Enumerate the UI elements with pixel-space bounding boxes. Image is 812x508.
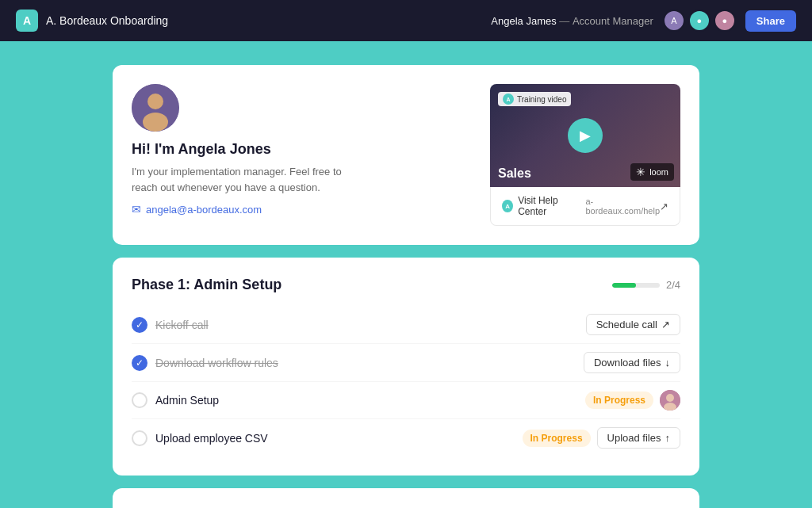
task-label: Kickoff call [155,319,209,331]
nav-left: A A. Bordeaux Onboarding [16,10,168,32]
phase-1-title: Phase 1: Admin Setup [132,277,282,293]
share-button[interactable]: Share [745,10,796,32]
task-row: ✓ Download workflow rules Download files… [132,344,680,382]
svg-point-2 [143,113,168,132]
task-left: ✓ Kickoff call [132,317,209,333]
status-badge: In Progress [523,430,591,447]
video-title: Sales [498,166,531,181]
nav-avatar-1: A [663,10,685,32]
task-label: Admin Setup [155,394,219,407]
phase-1-card: Phase 1: Admin Setup 2/4 ✓ Kickoff call [113,258,699,476]
profile-name: Hi! I'm Angela Jones [132,141,458,158]
help-center-link[interactable]: A Visit Help Center a-bordeaux.com/help … [490,187,680,226]
task-right: Download files ↓ [584,352,680,373]
profile-description: I'm your implementation manager. Feel fr… [132,164,354,195]
video-panel: A Training video ▶ Sales ✳ loom A Visit … [490,84,680,226]
download-files-button[interactable]: Download files ↓ [584,352,680,373]
top-nav: A A. Bordeaux Onboarding Angela James — … [0,0,812,41]
checkmark-icon: ✓ [136,319,144,330]
content-area: Hi! I'm Angela Jones I'm your implementa… [97,65,715,508]
phase-1-progress-bar [612,283,660,288]
profile-avatar [132,84,179,132]
nav-user-info: Angela James — Account Manager [491,15,653,27]
svg-point-4 [666,394,674,402]
phase-1-progress: 2/4 [612,279,680,291]
profile-info: Hi! I'm Angela Jones I'm your implementa… [132,84,458,216]
task-row: Upload employee CSV In Progress Upload f… [132,419,680,456]
task-checkbox-done: ✓ [132,317,147,333]
phase-1-header: Phase 1: Admin Setup 2/4 [132,277,680,293]
video-label: A Training video [498,92,571,106]
task-row: ✓ Kickoff call Schedule call ↗ [132,306,680,344]
task-right: In Progress Upload files ↑ [523,427,680,449]
task-left: ✓ Download workflow rules [132,355,278,371]
help-center-inner: A Visit Help Center a-bordeaux.com/help [502,195,660,217]
video-logo: A [503,94,514,105]
phase-1-progress-fill [612,283,636,288]
task-left: Upload employee CSV [132,430,268,446]
loom-star-icon: ✳ [636,166,645,178]
schedule-call-button[interactable]: Schedule call ↗ [586,314,680,335]
nav-right: Angela James — Account Manager A ● ● Sha… [491,10,796,32]
task-row: Admin Setup In Progress [132,382,680,419]
profile-email[interactable]: ✉ angela@a-bordeaux.com [132,203,458,216]
svg-point-1 [147,94,163,109]
help-logo: A [502,200,513,212]
main-wrapper: Hi! I'm Angela Jones I'm your implementa… [0,41,812,508]
help-arrow-icon: ↗ [660,201,668,212]
video-play-button[interactable]: ▶ [568,118,603,153]
status-badge: In Progress [585,392,653,409]
task-checkbox [132,392,147,408]
help-center-label: Visit Help Center [518,195,580,217]
task-label: Download workflow rules [155,357,278,369]
nav-title: A. Bordeaux Onboarding [46,14,168,27]
upload-files-button[interactable]: Upload files ↑ [597,427,680,449]
nav-avatar-2: ● [688,10,710,32]
task-checkbox-done: ✓ [132,355,147,371]
task-left: Admin Setup [132,392,219,408]
video-thumbnail[interactable]: A Training video ▶ Sales ✳ loom [490,84,680,187]
profile-card: Hi! I'm Angela Jones I'm your implementa… [113,65,699,245]
loom-badge: ✳ loom [630,163,674,181]
checkmark-icon: ✓ [136,357,144,369]
nav-logo: A [16,10,38,32]
task-right: In Progress [585,390,680,411]
task-checkbox [132,430,147,446]
link-out-icon: ↗ [661,319,670,330]
task-label: Upload employee CSV [155,432,268,445]
teal-strip [0,41,812,65]
help-center-url: a-bordeaux.com/help [585,197,660,216]
upload-icon: ↑ [665,432,671,444]
phase-1-progress-text: 2/4 [666,279,680,291]
email-icon: ✉ [132,203,141,216]
task-right: Schedule call ↗ [586,314,680,335]
download-icon: ↓ [665,357,671,369]
phase-2-card: Phase 2: Company Rollout 0/4 Employee ro… [113,488,699,508]
nav-avatar-3: ● [714,10,736,32]
task-avatar [660,390,680,411]
nav-avatars: A ● ● [663,10,736,32]
